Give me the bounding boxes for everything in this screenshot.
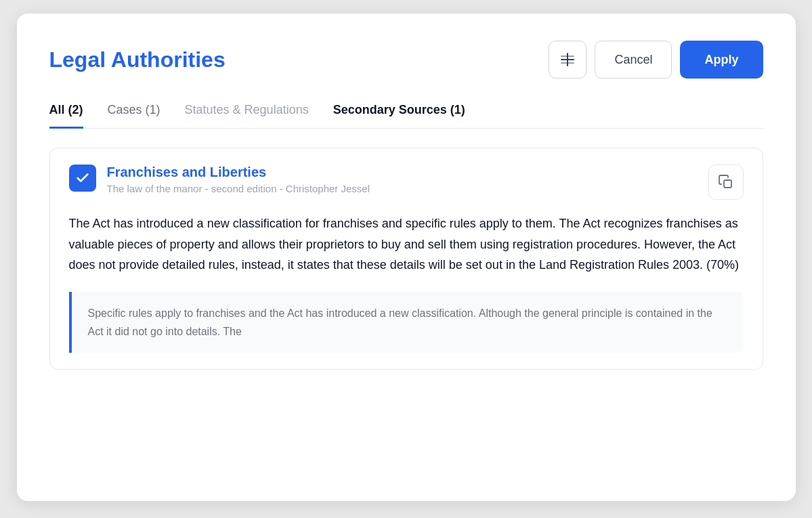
copy-icon xyxy=(718,174,734,190)
result-title-block: Franchises and Liberties The law of the … xyxy=(107,165,370,194)
result-subtitle: The law of the manor - second edition - … xyxy=(107,183,370,194)
header-actions: Cancel Apply xyxy=(549,41,763,79)
page-title: Legal Authorities xyxy=(49,47,226,72)
result-title[interactable]: Franchises and Liberties xyxy=(107,165,370,180)
result-body-text: The Act has introduced a new classificat… xyxy=(69,213,744,276)
quote-text: Specific rules apply to franchises and t… xyxy=(88,304,727,341)
svg-rect-4 xyxy=(724,180,731,188)
result-title-area: Franchises and Liberties The law of the … xyxy=(69,165,370,194)
apply-button[interactable]: Apply xyxy=(680,41,763,79)
tabs-bar: All (2) Cases (1) Statutes & Regulations… xyxy=(49,103,763,129)
copy-button[interactable] xyxy=(708,165,744,200)
tab-cases[interactable]: Cases (1) xyxy=(108,103,161,129)
filter-icon xyxy=(559,51,576,68)
cancel-button[interactable]: Cancel xyxy=(595,41,672,79)
result-checkbox[interactable] xyxy=(69,165,96,192)
modal-container: Legal Authorities Cancel Apply All (2) C… xyxy=(17,14,796,501)
filter-button[interactable] xyxy=(549,41,586,79)
checkmark-icon xyxy=(75,171,90,186)
modal-header: Legal Authorities Cancel Apply xyxy=(49,41,763,79)
result-card: Franchises and Liberties The law of the … xyxy=(49,148,763,370)
tab-secondary[interactable]: Secondary Sources (1) xyxy=(333,103,465,129)
result-header: Franchises and Liberties The law of the … xyxy=(69,165,744,200)
tab-all[interactable]: All (2) xyxy=(49,103,83,129)
tab-statutes[interactable]: Statutes & Regulations xyxy=(185,103,309,129)
quote-block: Specific rules apply to franchises and t… xyxy=(69,292,744,353)
